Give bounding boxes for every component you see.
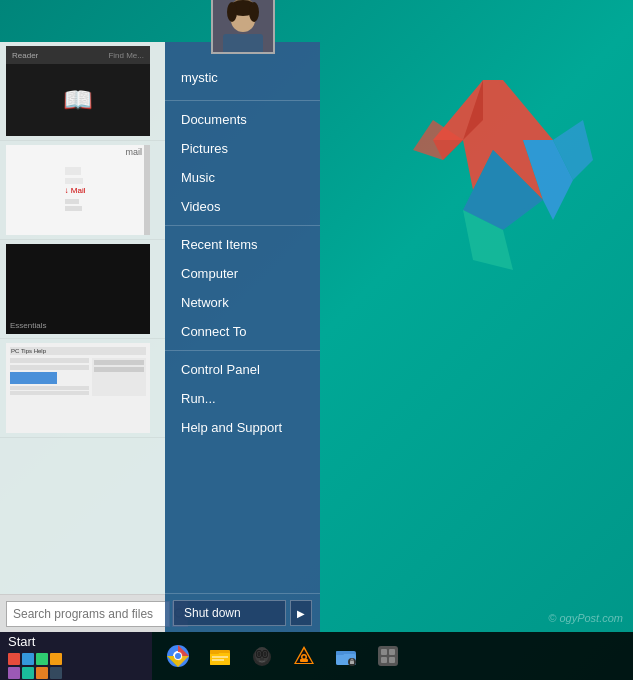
search-input[interactable] — [6, 601, 170, 627]
tile-3 — [36, 653, 48, 665]
svg-rect-49 — [389, 657, 395, 663]
tile-4 — [50, 653, 62, 665]
menu-search — [0, 594, 165, 632]
start-menu: Reader Find Me... 📖 — [0, 42, 430, 632]
svg-point-15 — [227, 2, 237, 22]
menu-items: mystic Documents Pictures Music Videos R… — [165, 50, 320, 593]
mail-label: mail — [125, 147, 142, 157]
chrome-icon — [166, 644, 190, 668]
list-item[interactable]: Reader Find Me... 📖 — [0, 42, 165, 141]
tile-8 — [50, 667, 62, 679]
mail-content: ↓ Mail — [61, 163, 90, 216]
menu-divider-2 — [165, 225, 320, 226]
foobar-taskbar-icon[interactable] — [244, 638, 280, 674]
tile-5 — [8, 667, 20, 679]
svg-rect-46 — [381, 649, 387, 655]
user-avatar[interactable] — [211, 0, 275, 54]
arrow-icon: ▶ — [297, 608, 305, 619]
svg-rect-13 — [223, 34, 263, 52]
tile-6 — [22, 667, 34, 679]
svg-rect-25 — [212, 659, 224, 661]
start-label: Start — [8, 634, 35, 649]
app-taskbar-icon[interactable] — [370, 638, 406, 674]
svg-point-30 — [257, 651, 261, 657]
foobar-icon — [250, 644, 274, 668]
list-item[interactable]: Essentials — [0, 240, 165, 339]
menu-item-documents[interactable]: Documents — [165, 105, 320, 134]
start-button[interactable]: Start — [0, 632, 152, 680]
chrome-taskbar-icon[interactable] — [160, 638, 196, 674]
menu-item-recent[interactable]: Recent Items — [165, 230, 320, 259]
watermark: © ogyPost.com — [548, 612, 623, 624]
menu-item-run[interactable]: Run... — [165, 384, 320, 413]
svg-rect-23 — [210, 650, 219, 654]
menu-username[interactable]: mystic — [165, 60, 320, 92]
menu-item-videos[interactable]: Videos — [165, 192, 320, 221]
tile-7 — [36, 667, 48, 679]
shutdown-button[interactable]: Shut down — [173, 600, 286, 626]
menu-right-panel: mystic Documents Pictures Music Videos R… — [165, 42, 320, 632]
list-item[interactable]: ↓ Mail mail — [0, 141, 165, 240]
svg-rect-41 — [336, 651, 344, 655]
vlc-icon — [292, 644, 316, 668]
taskbar: Start — [0, 632, 633, 680]
vlc-taskbar-icon[interactable] — [286, 638, 322, 674]
scroll-indicator — [144, 145, 150, 235]
menu-item-controlpanel[interactable]: Control Panel — [165, 355, 320, 384]
menu-left-panel: Reader Find Me... 📖 — [0, 42, 165, 632]
svg-rect-47 — [389, 649, 395, 655]
menu-bottom: Shut down ▶ — [165, 593, 320, 632]
svg-rect-48 — [381, 657, 387, 663]
menu-item-connect[interactable]: Connect To — [165, 317, 320, 346]
tile-2 — [22, 653, 34, 665]
folder-taskbar-icon[interactable] — [328, 638, 364, 674]
app-icon — [376, 644, 400, 668]
svg-rect-45 — [378, 646, 398, 666]
svg-point-20 — [175, 653, 181, 659]
menu-item-network[interactable]: Network — [165, 288, 320, 317]
menu-item-computer[interactable]: Computer — [165, 259, 320, 288]
essentials-label: Essentials — [10, 321, 46, 330]
start-button-content: Start — [8, 634, 62, 679]
app-thumbnail-mail: ↓ Mail — [6, 145, 144, 235]
taskbar-icons — [152, 638, 633, 674]
svg-rect-24 — [212, 656, 228, 658]
folder-icon — [334, 644, 358, 668]
file-explorer-taskbar-icon[interactable] — [202, 638, 238, 674]
menu-item-help[interactable]: Help and Support — [165, 413, 320, 442]
file-explorer-icon — [208, 644, 232, 668]
reader-tab: Find Me... — [108, 51, 144, 60]
tile-1 — [8, 653, 20, 665]
avatar-image — [213, 0, 273, 52]
app-thumbnail-reader: Reader Find Me... 📖 — [6, 46, 150, 136]
svg-point-32 — [260, 659, 262, 660]
reader-icon: 📖 — [63, 86, 93, 114]
menu-divider-3 — [165, 350, 320, 351]
svg-point-31 — [263, 651, 267, 657]
svg-point-33 — [262, 659, 264, 660]
menu-item-pictures[interactable]: Pictures — [165, 134, 320, 163]
recent-apps: Reader Find Me... 📖 — [0, 42, 165, 594]
shutdown-arrow-button[interactable]: ▶ — [290, 600, 312, 626]
svg-point-38 — [303, 656, 306, 659]
app-thumbnail-webpage: PC Tips Help — [6, 343, 150, 433]
svg-point-16 — [249, 2, 259, 22]
menu-divider-1 — [165, 100, 320, 101]
app-thumbnail-essentials: Essentials — [6, 244, 150, 334]
list-item[interactable]: PC Tips Help — [0, 339, 165, 438]
reader-label: Reader — [12, 51, 38, 60]
start-tiles — [8, 653, 62, 679]
menu-item-music[interactable]: Music — [165, 163, 320, 192]
